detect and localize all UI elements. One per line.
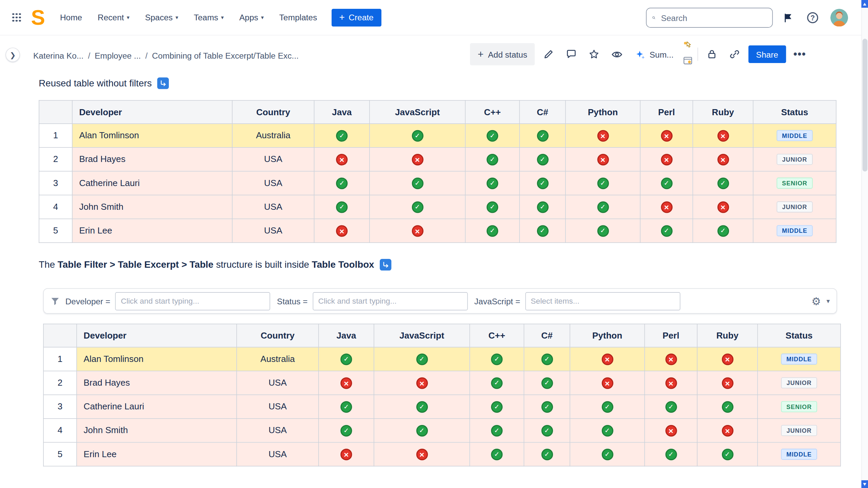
app-switcher-icon[interactable] xyxy=(12,13,21,22)
filter-label: JavaScript = xyxy=(474,296,520,306)
column-header: Ruby xyxy=(693,100,753,124)
help-icon[interactable]: ? xyxy=(806,11,819,24)
edit-pencil-icon[interactable] xyxy=(540,45,557,63)
breadcrumb-item[interactable]: Employee ... xyxy=(95,51,141,60)
scroll-up-button[interactable] xyxy=(861,0,868,8)
check-icon: ✓ xyxy=(340,401,352,412)
check-icon: ✓ xyxy=(661,177,672,189)
status-badge: JUNIOR xyxy=(776,201,812,212)
skill-cell: ✓ xyxy=(374,419,470,442)
status-badge: JUNIOR xyxy=(776,154,812,165)
filter-input[interactable] xyxy=(313,292,468,310)
app-shortcut-icon-1[interactable] xyxy=(683,41,692,53)
check-icon: ✓ xyxy=(336,201,348,212)
cross-icon: × xyxy=(597,154,609,165)
check-icon: ✓ xyxy=(597,201,609,212)
share-button[interactable]: Share xyxy=(748,45,786,63)
top-nav-bar: S HomeRecent▾Spaces▾Teams▾Apps▾Templates… xyxy=(0,0,868,35)
skill-cell: × xyxy=(319,371,374,395)
cross-icon: × xyxy=(717,154,729,165)
skill-cell: × xyxy=(645,347,697,371)
app-shortcut-icon-2[interactable] xyxy=(683,56,692,67)
chevron-down-icon: ▾ xyxy=(261,14,264,20)
nav-item-spaces[interactable]: Spaces▾ xyxy=(145,13,178,22)
column-header: JavaScript xyxy=(374,324,470,347)
skill-cell: ✓ xyxy=(470,371,524,395)
nav-item-teams[interactable]: Teams▾ xyxy=(194,13,224,22)
watch-eye-icon[interactable] xyxy=(608,45,626,63)
summarize-button[interactable]: Sum... xyxy=(631,45,678,63)
comment-icon[interactable] xyxy=(563,45,580,63)
chevron-down-icon: ▾ xyxy=(176,14,178,20)
check-icon: ✓ xyxy=(717,177,729,189)
country-cell: USA xyxy=(237,371,319,395)
skill-cell: ✓ xyxy=(570,419,645,442)
more-actions-icon[interactable]: ••• xyxy=(791,45,809,63)
check-icon: ✓ xyxy=(487,201,498,212)
skill-cell: ✓ xyxy=(566,171,640,195)
table-row: 2Brad HayesUSA××✓✓×××JUNIOR xyxy=(39,147,836,171)
copy-link-icon[interactable] xyxy=(726,45,743,63)
country-cell: USA xyxy=(232,195,314,219)
column-header xyxy=(43,324,77,347)
check-icon: ✓ xyxy=(487,177,498,189)
filter-collapse-chevron-icon[interactable]: ▾ xyxy=(826,297,830,305)
cross-icon: × xyxy=(661,154,672,165)
lock-icon[interactable] xyxy=(703,45,721,63)
skill-cell: ✓ xyxy=(519,219,566,243)
cross-icon: × xyxy=(340,448,352,460)
nav-item-recent[interactable]: Recent▾ xyxy=(98,13,130,22)
star-icon[interactable] xyxy=(585,45,603,63)
table-row: 3Catherine LauriUSA✓✓✓✓✓✓✓SENIOR xyxy=(39,171,836,195)
status-cell: MIDDLE xyxy=(757,347,841,371)
country-cell: USA xyxy=(232,171,314,195)
check-icon: ✓ xyxy=(601,448,613,460)
toolbar-divider xyxy=(697,47,698,61)
sidebar-expand-button[interactable]: ❯ xyxy=(5,47,20,62)
page-scrollbar xyxy=(861,0,868,488)
row-number-cell: 5 xyxy=(43,442,77,466)
check-icon: ✓ xyxy=(537,225,548,237)
check-icon: ✓ xyxy=(541,425,553,436)
space-logo[interactable]: S xyxy=(31,7,44,28)
skill-cell: × xyxy=(693,147,753,171)
reused-table: DeveloperCountryJavaJavaScriptC++C#Pytho… xyxy=(39,100,836,243)
scrollbar-thumb[interactable] xyxy=(863,39,868,171)
add-status-button[interactable]: + Add status xyxy=(470,43,535,65)
filter-settings-gear-icon[interactable]: ⚙ xyxy=(811,296,821,306)
table-toolbox-macro-icon[interactable] xyxy=(380,259,391,270)
skill-cell: ✓ xyxy=(697,442,757,466)
cross-icon: × xyxy=(665,377,677,389)
create-button[interactable]: + Create xyxy=(332,8,381,26)
filter-group: Status = xyxy=(277,292,468,310)
filter-label: Status = xyxy=(277,296,308,306)
nav-item-apps[interactable]: Apps▾ xyxy=(239,13,264,22)
table-excerpt-macro-icon[interactable] xyxy=(157,78,169,89)
skill-cell: ✓ xyxy=(566,195,640,219)
cross-icon: × xyxy=(340,377,352,389)
check-icon: ✓ xyxy=(491,448,502,460)
column-header: Perl xyxy=(645,324,697,347)
breadcrumb-item[interactable]: Katerina Ko... xyxy=(33,51,83,60)
country-cell: USA xyxy=(237,395,319,419)
breadcrumb-item[interactable]: Combining of Table Excerpt/Table Exc... xyxy=(152,51,298,60)
table-row: 4John SmithUSA✓✓✓✓✓××JUNIOR xyxy=(43,419,841,442)
user-avatar[interactable] xyxy=(830,9,848,26)
skill-cell: ✓ xyxy=(470,395,524,419)
status-badge: MIDDLE xyxy=(776,130,813,141)
developer-cell: Catherine Lauri xyxy=(77,395,237,419)
search-box xyxy=(646,8,773,28)
notifications-flag-icon[interactable] xyxy=(782,11,795,24)
check-icon: ✓ xyxy=(537,177,548,189)
check-icon: ✓ xyxy=(537,154,548,165)
filter-input[interactable] xyxy=(525,292,680,310)
nav-item-home[interactable]: Home xyxy=(60,13,82,22)
cross-icon: × xyxy=(722,353,733,365)
breadcrumb: Katerina Ko.../Employee .../Combining of… xyxy=(33,51,299,60)
skill-cell: ✓ xyxy=(645,442,697,466)
search-input[interactable] xyxy=(660,13,772,23)
scroll-down-button[interactable] xyxy=(861,480,868,488)
check-icon: ✓ xyxy=(491,425,502,436)
filter-input[interactable] xyxy=(115,292,270,310)
nav-item-templates[interactable]: Templates xyxy=(279,13,317,22)
